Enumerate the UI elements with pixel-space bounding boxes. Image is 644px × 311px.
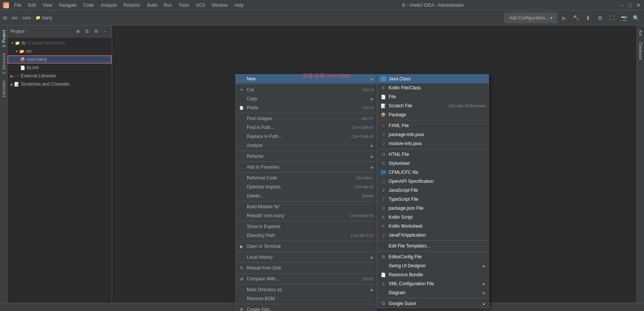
context-menu-refactor[interactable]: Refactor ▶ [236, 152, 377, 161]
favorites-tab[interactable]: Favorites [1, 77, 7, 100]
submenu-openapi[interactable]: O OpenAPI Specification [377, 177, 489, 186]
project-tab[interactable]: 1: Project [1, 27, 7, 50]
context-menu-replace-in-path[interactable]: Replace in Path... Ctrl+Shift+R [236, 132, 377, 141]
context-menu-build-module[interactable]: Build Module 'tlz' [236, 202, 377, 211]
context-menu-copy[interactable]: Copy ▶ [236, 94, 377, 103]
tree-item-src[interactable]: ▼ 📂 src [7, 47, 112, 55]
submenu-fxml[interactable]: F FXML File [377, 121, 489, 130]
menu-refactor[interactable]: Refactor [121, 2, 143, 9]
menu-code[interactable]: Code [80, 2, 97, 9]
run-button[interactable]: ▶ [559, 13, 569, 23]
breadcrumb-com[interactable]: com [22, 15, 31, 21]
tree-label-scratches: Scratches and Consoles [21, 81, 69, 87]
context-menu-show-in-explorer[interactable]: Show in Explorer [236, 222, 377, 231]
context-menu-optimize-imports-label: Optimize Imports [247, 184, 347, 190]
breadcrumb-harry[interactable]: harry [42, 15, 52, 21]
add-configuration-button[interactable]: Add Configuration... ▾ [504, 13, 557, 23]
tree-item-tlz-iml[interactable]: 📄 tlz.iml [7, 64, 112, 72]
breadcrumb-src[interactable]: src [12, 15, 18, 21]
menu-vcs[interactable]: VCS [193, 2, 208, 9]
submenu-kotlin-file[interactable]: K Kotlin File/Class [377, 83, 489, 92]
submenu-module-info[interactable]: J module-info.java [377, 139, 489, 148]
tree-item-scratches[interactable]: ▶ 📝 Scratches and Consoles [7, 80, 112, 88]
submenu-package-info[interactable]: J package-info.java [377, 130, 489, 139]
submenu-diagram[interactable]: Diagram ▶ [377, 288, 489, 297]
context-menu-remove-bom[interactable]: Remove BOM [236, 294, 377, 303]
context-menu-local-history[interactable]: Local History ▶ [236, 253, 377, 262]
context-menu-new[interactable]: New ▶ C Java Class K Kotlin File/Class 📄… [236, 74, 377, 83]
menu-analyze[interactable]: Analyze [98, 2, 120, 9]
context-menu: New ▶ C Java Class K Kotlin File/Class 📄… [235, 74, 377, 311]
context-menu-directory-path[interactable]: Directory Path Ctrl+Alt+F12 [236, 231, 377, 240]
tree-item-tlz[interactable]: ▼ 📁 tlz D:\IdeaProjects\llr\tlz [7, 39, 112, 47]
panel-minimize-button[interactable]: − [101, 28, 109, 35]
context-menu-find-usages[interactable]: Find Usages Alt+F7 [236, 114, 377, 123]
menu-navigate[interactable]: Navigate [56, 2, 80, 9]
breadcrumb-tlz[interactable]: tlz [3, 15, 7, 21]
submenu-kotlin-script[interactable]: K Kotlin Script [377, 213, 489, 222]
submenu-ts[interactable]: T TypeScript File [377, 195, 489, 204]
step-over-button[interactable]: ⬇ [583, 13, 593, 23]
context-menu-analyze[interactable]: Analyze ▶ [236, 141, 377, 150]
minimize-button[interactable]: − [619, 3, 625, 8]
submenu-stylesheet[interactable]: S Stylesheet [377, 159, 489, 168]
menu-window[interactable]: Window [209, 2, 231, 9]
submenu-resource-bundle[interactable]: 📄 Resource Bundle [377, 270, 489, 279]
settings-button[interactable]: ⚙ [595, 13, 605, 23]
context-menu-cut[interactable]: ✂ Cut Ctrl+X [236, 85, 377, 94]
context-menu-mark-directory[interactable]: Mark Directory as ▶ [236, 285, 377, 294]
submenu-swing[interactable]: Swing UI Designer ▶ [377, 261, 489, 270]
menu-file[interactable]: File [11, 2, 24, 9]
submenu-edit-templates[interactable]: Edit File Templates... [377, 241, 489, 250]
submenu-kotlin-worksheet[interactable]: K Kotlin Worksheet [377, 222, 489, 231]
submenu-packagejson[interactable]: {} package.json File [377, 204, 489, 213]
submenu-editorconfig[interactable]: ⚙ EditorConfig File [377, 252, 489, 261]
panel-settings-button[interactable]: ⚙ [92, 28, 100, 35]
search-everywhere-button[interactable]: 🔍 [631, 13, 641, 23]
build-button[interactable]: 🔨 [571, 13, 581, 23]
context-menu-compare[interactable]: ⇄ Compare With... Ctrl+D [236, 274, 377, 283]
tree-item-external-libraries[interactable]: ▶ ⋯ External Libraries [7, 72, 112, 80]
context-menu-delete[interactable]: Delete... Delete [236, 191, 377, 200]
submenu-js[interactable]: J JavaScript File [377, 186, 489, 195]
submenu-javafx[interactable]: J JavaFXApplication [377, 231, 489, 240]
menu-edit[interactable]: Edit [25, 2, 39, 9]
menu-tools[interactable]: Tools [176, 2, 192, 9]
submenu-html[interactable]: H HTML File [377, 150, 489, 159]
submenu-xml-config[interactable]: X XML Configuration File ▶ [377, 279, 489, 288]
context-menu-paste[interactable]: 📋 Paste Ctrl+V [236, 103, 377, 112]
context-menu-reload[interactable]: ↻ Reload from Disk [236, 264, 377, 272]
ant-tab[interactable]: Ant [638, 27, 644, 39]
context-menu-reformat[interactable]: Reformat Code Ctrl+Alt+L [236, 173, 377, 182]
menu-help[interactable]: Help [231, 2, 247, 9]
tree-arrow-ext-lib: ▶ [10, 74, 13, 78]
panel-collapse-button[interactable]: ⇅ [83, 28, 91, 35]
context-menu-local-history-label: Local History [247, 255, 369, 260]
dropdown-arrow-icon[interactable]: ▾ [26, 29, 28, 34]
context-menu-rebuild[interactable]: Rebuild 'com.harry' Ctrl+Shift+F9 [236, 211, 377, 220]
submenu-cfml[interactable]: CF CFML/CFC file [377, 168, 489, 177]
submenu-google-guice[interactable]: G Google Guice ▶ [377, 299, 489, 308]
maximize-button[interactable]: □ [628, 3, 633, 8]
submenu-scratch-file[interactable]: 📝 Scratch File Ctrl+Alt+Shift+Insert [377, 101, 489, 110]
context-menu-find-in-path[interactable]: Find in Path... Ctrl+Shift+F [236, 123, 377, 132]
tree-item-com-harry[interactable]: 📦 com.harry [7, 55, 112, 64]
context-menu-create-gist[interactable]: ⚙ Create Gist... [236, 305, 377, 311]
context-menu-open-terminal[interactable]: ▶ Open in Terminal [236, 242, 377, 251]
menu-view[interactable]: View [40, 2, 55, 9]
submenu-file[interactable]: 📄 File [377, 92, 489, 101]
package-icon-com-harry: 📦 [20, 57, 25, 62]
structure-tab[interactable]: 2: Structure [1, 50, 7, 77]
panel-sync-button[interactable]: ⊕ [74, 28, 82, 35]
submenu-java-class[interactable]: C Java Class [377, 74, 489, 83]
context-menu-optimize-imports[interactable]: Optimize Imports Ctrl+Alt+O [236, 182, 377, 191]
submenu-diagram-label: Diagram [389, 290, 481, 295]
menu-run[interactable]: Run [161, 2, 175, 9]
database-tab[interactable]: Database [638, 39, 644, 63]
camera-button[interactable]: 📷 [619, 13, 629, 23]
close-button[interactable]: ✕ [636, 3, 641, 8]
menu-build[interactable]: Build [144, 2, 160, 9]
submenu-package[interactable]: 📦 Package [377, 110, 489, 119]
context-menu-add-favorites[interactable]: Add to Favorites ▶ [236, 163, 377, 172]
expand-button[interactable]: ⛶ [607, 13, 617, 23]
